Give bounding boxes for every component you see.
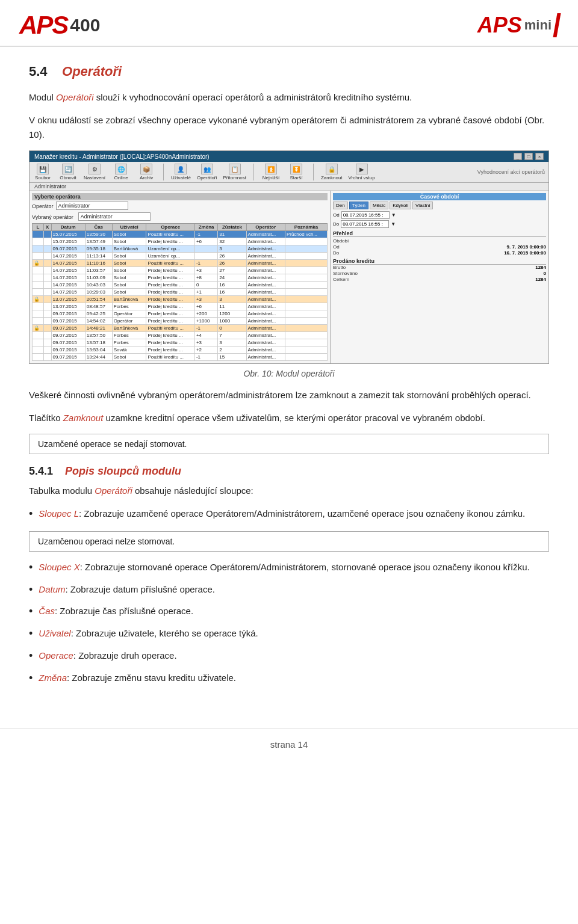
toolbar-nastaveni[interactable]: ⚙ Nastavení — [84, 164, 105, 180]
archiv-icon: 📦 — [140, 164, 152, 174]
toolbar-operatori[interactable]: 👥 Operátoři — [197, 164, 217, 180]
p1-italic: Operátoři — [56, 92, 94, 102]
col-x: X — [43, 224, 51, 231]
period-title: Časové období — [333, 193, 546, 200]
do-arrow-icon: ▼ — [391, 221, 396, 227]
table-row[interactable]: 14.07.2015 11:03:09 Sobol Prodej kreditu… — [33, 274, 328, 282]
app-title: Manažer kreditu - Administrator ([LOCAL]… — [34, 153, 210, 160]
bullet-list: • Sloupec L: Zobrazuje uzamčené operace … — [29, 507, 549, 523]
col-poznamka: Poznámka — [285, 224, 327, 231]
table-row[interactable]: 🔒 14.07.2015 11:10:16 Sobol Použití kred… — [33, 260, 328, 267]
table-row[interactable]: 09.07.2015 13:53:04 Sovák Prodej kreditu… — [33, 346, 328, 354]
app-main-area: Vyberte operátora Operátor Administrator… — [30, 191, 548, 363]
nejnovejsi-icon: ⏫ — [265, 164, 277, 174]
uzivatel-label: Uživatel — [39, 628, 70, 638]
pritomnost-icon: 📋 — [229, 164, 241, 174]
toolbar-soubor[interactable]: 💾 Soubor — [33, 164, 52, 180]
toolbar-archiv[interactable]: 📦 Archiv — [137, 164, 156, 180]
table-row[interactable]: 09.07.2015 09:35:18 Bartůňková Uzamčení … — [33, 245, 328, 253]
note-box-1: Uzamčené operace se nedají stornovat. — [29, 434, 549, 454]
table-row[interactable]: 🔒 13.07.2015 20:51:54 Bartůňková Prodej … — [33, 296, 328, 303]
toolbar-starsi[interactable]: ⏬ Starší — [287, 164, 306, 180]
period-kdykoli[interactable]: Kdykoli — [390, 202, 411, 209]
table-row[interactable]: 09.07.2015 13:57:18 Forbes Prodej kredit… — [33, 339, 328, 346]
table-row[interactable]: 14.07.2015 10:29:03 Sobol Prodej kreditu… — [33, 289, 328, 296]
period-mesic[interactable]: Měsíc — [370, 202, 388, 209]
table-row[interactable]: 09.07.2015 13:24:44 Sobol Použití kredit… — [33, 354, 328, 361]
period-vlastni[interactable]: Vlastní — [412, 202, 433, 209]
minimize-btn[interactable]: _ — [514, 153, 522, 160]
bullet-dot-cas: • — [29, 603, 33, 620]
od-input[interactable] — [341, 211, 390, 219]
table-row[interactable]: 🔒 09.07.2015 14:48:21 Bartůňková Použití… — [33, 325, 328, 332]
close-btn[interactable]: × — [535, 153, 544, 160]
maximize-btn[interactable]: □ — [524, 153, 533, 160]
right-label: Vyhodnocení akcí operátorů — [477, 169, 545, 175]
toolbar-pritomnost[interactable]: 📋 Přítomnost — [223, 164, 246, 180]
app-window-screenshot: Manažer kreditu - Administrator ([LOCAL]… — [29, 150, 549, 364]
table-row[interactable]: 15.07.2015 13:57:49 Sobol Prodej kreditu… — [33, 238, 328, 245]
do2-value: 16. 7. 2015 0:00:00 — [504, 250, 546, 256]
paragraph-4: Tlačítko Zamknout uzamkne kreditní opera… — [29, 411, 549, 425]
col-zustatek: Zůstatek — [218, 224, 246, 231]
toolbar-obnovit[interactable]: 🔄 Obnovit — [58, 164, 78, 180]
bullet-text-uzivatel: Uživatel: Zobrazuje uživatele, kterého s… — [39, 626, 549, 641]
logo-aps-text: APS — [19, 11, 67, 40]
col-operace: Operace — [146, 224, 195, 231]
obnovit-icon: 🔄 — [62, 164, 74, 174]
app-toolbar: 💾 Soubor 🔄 Obnovit ⚙ Nastavení 🌐 Online … — [30, 162, 548, 183]
datum-label: Datum — [39, 584, 65, 594]
p1-prefix: Modul — [29, 92, 56, 102]
bullet-dot-datum: • — [29, 581, 33, 599]
table-row[interactable]: 14.07.2015 10:43:03 Sobol Prodej kreditu… — [33, 282, 328, 289]
od2-row: Od 9. 7. 2015 0:00:00 — [333, 244, 546, 250]
app-titlebar: Manažer kreditu - Administrator ([LOCAL]… — [30, 151, 548, 162]
logo-aps400: APS 400 — [19, 11, 100, 40]
toolbar-uzivatele[interactable]: 👤 Uživatelé — [171, 164, 191, 180]
zamknout-icon: 🔒 — [326, 164, 338, 174]
chosen-operator-value[interactable]: Administrator — [78, 212, 151, 221]
bullet-list-2: • Sloupec X: Zobrazuje stornované operac… — [29, 560, 549, 687]
toolbar-vrchni-vstup[interactable]: ▶ Vrchní vstup — [349, 164, 375, 180]
list-item-zmena: • Změna: Zobrazuje změnu stavu kreditu u… — [29, 671, 549, 687]
logo-mini-text: mini — [524, 17, 552, 33]
do-input[interactable] — [341, 220, 389, 228]
operator-value[interactable]: Administrator — [56, 202, 128, 210]
bullet-text-l: Sloupec L: Zobrazuje uzamčené operace Op… — [39, 507, 549, 521]
toolbar-online[interactable]: 🌐 Online — [111, 164, 131, 180]
paragraph-3: Veškeré činnosti ovlivněné vybraným oper… — [29, 388, 549, 402]
list-item-datum: • Datum: Zobrazuje datum příslušné opera… — [29, 582, 549, 599]
operace-label: Operace — [39, 650, 73, 661]
col-uzivatel: Uživatel — [112, 224, 146, 231]
bullet-dot-uzivatel: • — [29, 625, 33, 642]
note1-text: Uzamčené operace se nedají stornovat. — [38, 439, 187, 449]
table-row[interactable]: 09.07.2015 09:42:25 Operátor Prodej kred… — [33, 310, 328, 318]
p4-suffix: uzamkne kreditní operace všem uživatelům… — [103, 413, 485, 423]
period-tyden[interactable]: Týden — [349, 202, 368, 209]
toolbar-nejnovejsi[interactable]: ⏫ Nejnižší — [261, 164, 281, 180]
storno-label: Stornováno — [333, 271, 358, 276]
do2-label: Do — [333, 250, 339, 256]
prehled-label: Přehled — [333, 230, 546, 237]
list-item-cas: • Čas: Zobrazuje čas příslušné operace. — [29, 604, 549, 620]
period-den[interactable]: Den — [333, 202, 348, 209]
operations-table: L X Datum Čas Uživatel Operace Změna Zůs… — [32, 223, 328, 361]
bullet-dot-l: • — [29, 505, 33, 523]
section-heading: 5.4 Operátoři — [29, 64, 549, 79]
table-row[interactable]: 09.07.2015 13:57:50 Forbes Prodej kredit… — [33, 332, 328, 339]
od-row: Od ▼ — [333, 211, 546, 219]
subsection-title: Popis sloupců modulu — [65, 465, 181, 477]
toolbar-zamknout[interactable]: 🔒 Zamknout — [321, 164, 343, 180]
table-row[interactable]: 14.07.2015 11:13:14 Sobol Uzamčení op...… — [33, 253, 328, 260]
p4-prefix: Tlačítko — [29, 413, 63, 423]
intro-italic: Operátoři — [95, 485, 132, 496]
intro-prefix: Tabulka modulu — [29, 485, 95, 496]
table-row[interactable]: 09.07.2015 14:54:02 Operátor Prodej kred… — [33, 318, 328, 325]
figure-caption: Obr. 10: Modul operátoři — [29, 369, 549, 378]
table-row[interactable]: 14.07.2015 11:03:57 Sobol Prodej kreditu… — [33, 267, 328, 274]
bullet-text-cas: Čas: Zobrazuje čas příslušné operace. — [39, 604, 549, 618]
celkem-value: 1284 — [535, 277, 546, 282]
table-row[interactable]: 13.07.2015 08:48:57 Forbes Prodej kredit… — [33, 303, 328, 310]
table-row[interactable]: 15.07.2015 13:59:30 Sobol Použití kredit… — [33, 231, 328, 238]
page-content: 5.4 Operátoři Modul Operátoři slouží k v… — [0, 47, 578, 710]
